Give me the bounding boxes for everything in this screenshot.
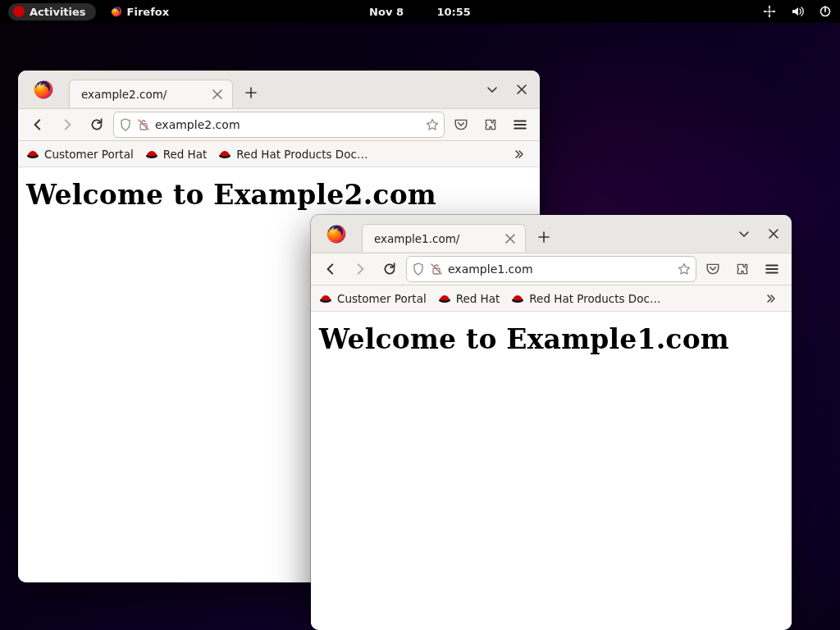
bookmark-red-hat[interactable]: Red Hat: [145, 148, 208, 161]
plus-icon: [244, 86, 258, 99]
chevron-down-icon: [737, 227, 751, 240]
bookmark-label: Red Hat Products Doc…: [529, 292, 660, 305]
bookmarks-toolbar: Customer Portal Red Hat Red Hat Products…: [18, 141, 540, 167]
page-content: Welcome to Example1.com: [311, 312, 792, 630]
url-bar[interactable]: example1.com: [406, 256, 696, 282]
bookmark-red-hat[interactable]: Red Hat: [438, 292, 500, 305]
power-icon: [819, 5, 832, 18]
redhat-icon: [438, 292, 451, 305]
bookmark-label: Customer Portal: [337, 292, 427, 305]
tab-title: example2.com/: [81, 88, 203, 101]
bookmark-customer-portal[interactable]: Customer Portal: [319, 292, 427, 305]
activities-button[interactable]: Activities: [8, 3, 96, 21]
bookmarks-overflow-button[interactable]: [757, 285, 783, 312]
firefox-window-example1: example1.com/ example1.com Customer Port…: [311, 215, 792, 630]
url-text: example2.com: [155, 118, 421, 131]
browser-tab[interactable]: example2.com/: [69, 80, 233, 107]
page-heading: Welcome to Example2.com: [26, 179, 532, 211]
bookmarks-overflow-button[interactable]: [505, 141, 532, 167]
chevrons-right-icon: [764, 292, 777, 305]
bookmark-customer-portal[interactable]: Customer Portal: [26, 148, 134, 161]
active-app-indicator[interactable]: Firefox: [111, 6, 170, 18]
forward-button[interactable]: [54, 112, 80, 138]
list-all-tabs-button[interactable]: [733, 222, 756, 245]
back-icon: [323, 262, 338, 276]
tab-strip: example1.com/: [311, 215, 792, 253]
clock-time: 10:55: [437, 6, 471, 18]
new-tab-button[interactable]: [240, 81, 262, 104]
reload-button[interactable]: [377, 256, 403, 282]
activities-label: Activities: [30, 6, 86, 18]
distro-logo-icon: [13, 6, 25, 17]
bookmarks-toolbar: Customer Portal Red Hat Red Hat Products…: [311, 285, 792, 312]
window-close-button[interactable]: [762, 222, 785, 245]
tab-strip: example2.com/: [18, 71, 540, 108]
system-tray[interactable]: [763, 5, 832, 18]
bookmark-star-icon[interactable]: [426, 118, 439, 131]
network-icon: [763, 5, 776, 18]
app-menu-button[interactable]: [507, 112, 533, 138]
hamburger-icon: [765, 262, 779, 276]
firefox-icon: [111, 6, 122, 17]
pocket-button[interactable]: [700, 256, 726, 282]
insecure-connection-icon[interactable]: [430, 262, 443, 276]
gnome-topbar: Activities Firefox Nov 8 10:55: [0, 0, 840, 23]
close-icon: [767, 227, 780, 240]
tracking-protection-icon[interactable]: [412, 262, 425, 276]
browser-tab[interactable]: example1.com/: [362, 224, 526, 252]
bookmark-label: Customer Portal: [44, 148, 134, 161]
url-bar[interactable]: example2.com: [113, 112, 445, 138]
pocket-icon: [705, 262, 720, 276]
reload-button[interactable]: [84, 112, 110, 138]
extensions-button[interactable]: [477, 112, 504, 138]
reload-icon: [382, 262, 397, 276]
plus-icon: [537, 231, 550, 244]
bookmark-star-icon[interactable]: [678, 262, 691, 276]
extensions-icon: [483, 117, 498, 132]
nav-toolbar: example1.com: [311, 253, 792, 285]
firefox-logo-icon: [326, 223, 347, 244]
url-text: example1.com: [448, 262, 673, 276]
bookmark-red-hat-products-docs[interactable]: Red Hat Products Doc…: [511, 292, 660, 305]
tracking-protection-icon[interactable]: [119, 118, 132, 131]
page-heading: Welcome to Example1.com: [319, 323, 783, 355]
pocket-icon: [454, 117, 468, 132]
clock-date: Nov 8: [369, 6, 404, 18]
extensions-button[interactable]: [729, 256, 756, 282]
active-app-label: Firefox: [127, 6, 170, 18]
clock-button[interactable]: Nov 8 10:55: [369, 6, 471, 18]
bookmark-label: Red Hat: [456, 292, 500, 305]
forward-icon: [353, 262, 368, 276]
redhat-icon: [218, 148, 231, 161]
app-menu-button[interactable]: [759, 256, 785, 282]
extensions-icon: [735, 262, 750, 276]
list-all-tabs-button[interactable]: [481, 78, 504, 101]
insecure-connection-icon[interactable]: [137, 118, 150, 131]
back-button[interactable]: [317, 256, 344, 282]
redhat-icon: [26, 148, 39, 161]
window-close-button[interactable]: [510, 78, 533, 101]
chevron-down-icon: [486, 83, 499, 96]
bookmark-label: Red Hat: [163, 148, 208, 161]
chevrons-right-icon: [512, 148, 525, 161]
redhat-icon: [511, 292, 524, 305]
back-icon: [30, 117, 45, 132]
nav-toolbar: example2.com: [18, 108, 540, 141]
pocket-button[interactable]: [448, 112, 474, 138]
firefox-logo-icon: [33, 79, 54, 100]
volume-icon: [791, 5, 804, 18]
bookmark-label: Red Hat Products Doc…: [236, 148, 368, 161]
new-tab-button[interactable]: [532, 226, 555, 249]
back-button[interactable]: [25, 112, 51, 138]
forward-icon: [60, 117, 75, 132]
tab-title: example1.com/: [374, 232, 495, 245]
bookmark-red-hat-products-docs[interactable]: Red Hat Products Doc…: [218, 148, 368, 161]
reload-icon: [89, 117, 104, 132]
hamburger-icon: [513, 117, 527, 132]
close-tab-icon[interactable]: [504, 232, 517, 245]
redhat-icon: [145, 148, 158, 161]
redhat-icon: [319, 292, 332, 305]
close-icon: [515, 83, 528, 96]
forward-button[interactable]: [347, 256, 373, 282]
close-tab-icon[interactable]: [211, 88, 224, 101]
